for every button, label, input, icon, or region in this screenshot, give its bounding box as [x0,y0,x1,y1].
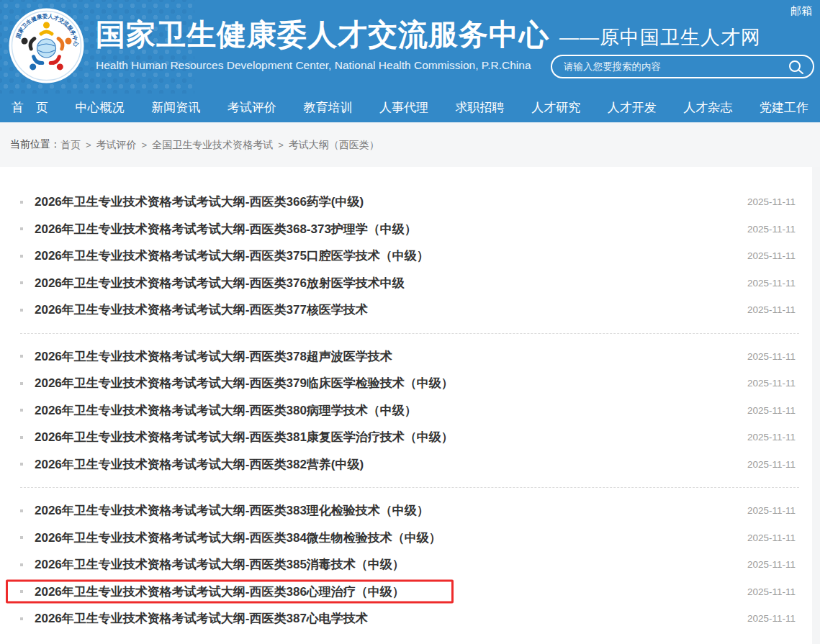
former-site-name: ——原中国卫生人才网 [559,24,761,50]
article-date: 2025-11-11 [735,459,796,470]
article-date: 2025-11-11 [735,405,796,416]
site-subtitle-en: Health Human Resources Development Cente… [96,59,535,72]
article-link[interactable]: 2026年卫生专业技术资格考试考试大纲-西医类376放射医学技术中级 [35,275,735,291]
nav-item-8[interactable]: 人才开发 [608,99,657,116]
bullet-icon [20,563,23,566]
article-link[interactable]: 2026年卫生专业技术资格考试考试大纲-西医类378超声波医学技术 [35,348,735,365]
breadcrumb-link-1[interactable]: 考试评价 [96,139,137,150]
article-link[interactable]: 2026年卫生专业技术资格考试考试大纲-西医类377核医学技术 [35,301,735,318]
article-date: 2025-11-11 [735,278,796,289]
list-item[interactable]: 2026年卫生专业技术资格考试考试大纲-西医类380病理学技术（中级）2025-… [0,397,812,425]
list-item[interactable]: 2026年卫生专业技术资格考试考试大纲-西医类368-373护理学（中级）202… [0,216,812,243]
article-date: 2025-11-11 [735,613,796,624]
article-link[interactable]: 2026年卫生专业技术资格考试考试大纲-西医类384微生物检验技术（中级） [35,530,735,546]
bullet-icon [20,227,23,230]
breadcrumb: 当前位置： 首页>考试评价>全国卫生专业技术资格考试>考试大纲（西医类） [0,122,820,167]
list-item[interactable]: 2026年卫生专业技术资格考试考试大纲-西医类381康复医学治疗技术（中级）20… [0,424,812,451]
bullet-icon [20,201,23,204]
list-item[interactable]: 2026年卫生专业技术资格考试考试大纲-西医类378超声波医学技术2025-11… [0,343,812,371]
list-item[interactable]: 2026年卫生专业技术资格考试考试大纲-西医类376放射医学技术中级2025-1… [0,270,812,297]
bullet-icon [20,281,23,284]
article-date: 2025-11-11 [735,505,796,516]
article-date: 2025-11-11 [735,532,796,543]
bullet-icon [20,436,23,439]
mailbox-link[interactable]: 邮箱 [790,4,812,18]
nav-item-5[interactable]: 人事代理 [379,99,428,116]
bullet-icon [20,355,23,358]
article-link[interactable]: 2026年卫生专业技术资格考试考试大纲-西医类379临床医学检验技术（中级） [35,375,735,391]
group-divider [20,487,799,488]
center-logo-icon: 国家卫生健康委人才交流服务中心 [9,8,84,83]
bullet-icon [20,309,23,312]
bullet-icon [20,255,23,258]
breadcrumb-link-2[interactable]: 全国卫生专业技术资格考试 [152,139,273,150]
breadcrumb-label: 当前位置： [10,138,60,151]
site-title: 国家卫生健康委人才交流服务中心 [96,17,535,52]
list-item[interactable]: 2026年卫生专业技术资格考试考试大纲-西医类385消毒技术（中级）2025-1… [0,551,812,579]
search-icon[interactable] [787,59,806,75]
article-date: 2025-11-11 [735,304,796,315]
group-divider [20,333,799,334]
article-date: 2025-11-11 [735,196,796,207]
nav-item-2[interactable]: 新闻资讯 [151,99,200,116]
breadcrumb-separator: > [142,140,148,150]
article-link[interactable]: 2026年卫生专业技术资格考试考试大纲-西医类382营养(中级) [35,456,735,473]
bullet-icon [20,463,23,466]
article-date: 2025-11-11 [735,378,796,389]
article-date: 2025-11-11 [735,432,796,443]
list-item[interactable]: 2026年卫生专业技术资格考试考试大纲-西医类387心电学技术2025-11-1… [0,605,812,632]
nav-item-7[interactable]: 人才研究 [531,99,580,116]
nav-item-1[interactable]: 中心概况 [76,99,125,116]
article-date: 2025-11-11 [735,559,796,570]
nav-item-0[interactable]: 首 页 [12,99,48,116]
nav-item-4[interactable]: 教育培训 [303,99,352,116]
right-gutter [812,167,820,644]
list-item[interactable]: 2026年卫生专业技术资格考试考试大纲-西医类366药学(中级)2025-11-… [0,189,812,216]
main-nav: 首 页中心概况新闻资讯考试评价教育培训人事代理求职招聘人才研究人才开发人才杂志党… [0,92,820,122]
nav-item-9[interactable]: 人才杂志 [683,99,732,116]
article-link[interactable]: 2026年卫生专业技术资格考试考试大纲-西医类368-373护理学（中级） [35,221,735,237]
article-link[interactable]: 2026年卫生专业技术资格考试考试大纲-西医类385消毒技术（中级） [35,556,735,573]
breadcrumb-separator: > [86,140,91,150]
list-item[interactable]: 2026年卫生专业技术资格考试考试大纲-西医类386心理治疗（中级）2025-1… [0,579,812,606]
list-item[interactable]: 2026年卫生专业技术资格考试考试大纲-西医类384微生物检验技术（中级）202… [0,525,812,552]
list-item[interactable]: 2026年卫生专业技术资格考试考试大纲-西医类382营养(中级)2025-11-… [0,451,812,479]
site-header: 国家卫生健康委人才交流服务中心 [0,0,820,122]
article-link[interactable]: 2026年卫生专业技术资格考试考试大纲-西医类366药学(中级) [35,194,735,210]
article-link[interactable]: 2026年卫生专业技术资格考试考试大纲-西医类381康复医学治疗技术（中级） [35,429,735,445]
article-list: 2026年卫生专业技术资格考试考试大纲-西医类366药学(中级)2025-11-… [0,167,812,644]
nav-item-10[interactable]: 党建工作 [760,99,808,116]
breadcrumb-link-3: 考试大纲（西医类） [289,139,379,150]
breadcrumb-link-0[interactable]: 首页 [60,139,81,150]
article-link[interactable]: 2026年卫生专业技术资格考试考试大纲-西医类383理化检验技术（中级） [35,502,735,519]
bullet-icon [20,617,23,620]
breadcrumb-separator: > [278,140,284,150]
search-input[interactable] [552,61,787,72]
bullet-icon [20,590,23,593]
list-item[interactable]: 2026年卫生专业技术资格考试考试大纲-西医类377核医学技术2025-11-1… [0,296,812,324]
bullet-icon [20,509,23,512]
bullet-icon [20,409,23,412]
article-link[interactable]: 2026年卫生专业技术资格考试考试大纲-西医类387心电学技术 [35,610,735,627]
list-item[interactable]: 2026年卫生专业技术资格考试考试大纲-西医类375口腔医学技术（中级）2025… [0,242,812,270]
article-link[interactable]: 2026年卫生专业技术资格考试考试大纲-西医类386心理治疗（中级） [35,584,735,600]
article-link[interactable]: 2026年卫生专业技术资格考试考试大纲-西医类375口腔医学技术（中级） [35,248,735,264]
bullet-icon [20,536,23,539]
breadcrumb-items: 首页>考试评价>全国卫生专业技术资格考试>考试大纲（西医类） [60,138,379,152]
article-link[interactable]: 2026年卫生专业技术资格考试考试大纲-西医类380病理学技术（中级） [35,402,735,419]
list-item[interactable]: 2026年卫生专业技术资格考试考试大纲-西医类383理化检验技术（中级）2025… [0,497,812,525]
nav-item-3[interactable]: 考试评价 [227,99,276,116]
article-date: 2025-11-11 [735,586,796,597]
article-date: 2025-11-11 [735,250,796,261]
list-item[interactable]: 2026年卫生专业技术资格考试考试大纲-西医类379临床医学检验技术（中级）20… [0,370,812,397]
article-date: 2025-11-11 [735,351,796,362]
search-box[interactable] [551,55,814,78]
bullet-icon [20,382,23,385]
article-date: 2025-11-11 [735,224,796,235]
nav-item-6[interactable]: 求职招聘 [456,99,505,116]
